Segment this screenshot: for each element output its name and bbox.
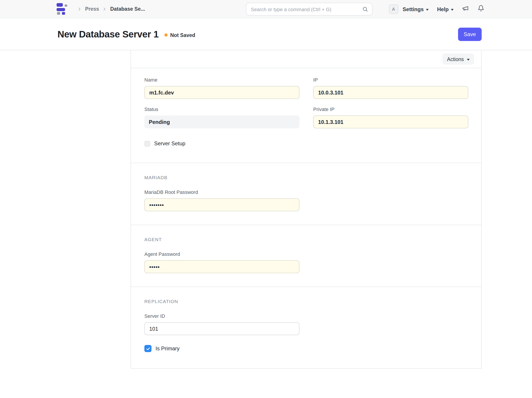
- caret-down-icon: [426, 9, 429, 11]
- bell-icon: [478, 5, 484, 13]
- server-id-input[interactable]: [144, 322, 299, 335]
- form-toolbar: Actions: [131, 50, 481, 68]
- server-id-label: Server ID: [144, 313, 299, 319]
- field-server-setup: Server Setup: [144, 140, 299, 147]
- server-setup-checkbox[interactable]: [144, 141, 150, 146]
- caret-down-icon: [467, 59, 470, 60]
- field-server-id: Server ID: [144, 313, 299, 335]
- top-navbar: Press Database Se... A Settings Help: [0, 0, 532, 18]
- section-replication-title: REPLICATION: [144, 299, 468, 304]
- frappe-logo[interactable]: [57, 3, 68, 15]
- section-agent-title: AGENT: [144, 237, 468, 242]
- status-indicator: Not Saved: [165, 32, 195, 38]
- form-container: Actions Name IP Status Pending: [131, 50, 482, 369]
- field-mariadb-root-password: MariaDB Root Password: [144, 189, 299, 211]
- breadcrumb-item-press[interactable]: Press: [85, 6, 99, 12]
- is-primary-checkbox[interactable]: [144, 345, 152, 352]
- frappe-logo-shape: [62, 12, 65, 15]
- section-mariadb-title: MARIADB: [144, 175, 468, 180]
- field-private-ip: Private IP: [313, 107, 468, 128]
- help-menu[interactable]: Help: [437, 6, 454, 12]
- mariadb-root-password-label: MariaDB Root Password: [144, 189, 299, 195]
- frappe-logo-shape: [57, 8, 65, 11]
- page-title: New Database Server 1: [57, 29, 159, 39]
- help-menu-label: Help: [437, 6, 449, 12]
- global-search: [246, 3, 373, 16]
- agent-password-label: Agent Password: [144, 251, 299, 257]
- status-indicator-label: Not Saved: [170, 32, 195, 38]
- chevron-right-icon: [102, 6, 107, 11]
- settings-menu[interactable]: Settings: [403, 6, 429, 12]
- status-value: Pending: [144, 116, 299, 128]
- actions-button-label: Actions: [447, 56, 464, 62]
- search-icon: [362, 6, 368, 12]
- mariadb-root-password-input[interactable]: [144, 198, 299, 211]
- section-replication: REPLICATION Server ID Is Primary: [131, 287, 481, 368]
- field-ip: IP: [313, 77, 468, 99]
- is-primary-label[interactable]: Is Primary: [156, 345, 180, 352]
- save-button[interactable]: Save: [458, 27, 482, 41]
- actions-button[interactable]: Actions: [443, 53, 474, 65]
- field-status-label: Status: [144, 107, 299, 112]
- field-is-primary: Is Primary: [144, 345, 468, 352]
- field-agent-password: Agent Password: [144, 251, 299, 273]
- checkmark-icon: [146, 346, 150, 351]
- breadcrumb: Press Database Se...: [74, 6, 145, 12]
- frappe-logo-shape: [57, 3, 63, 7]
- section-mariadb: MARIADB MariaDB Root Password: [131, 163, 481, 225]
- private-ip-input[interactable]: [313, 116, 468, 128]
- section-overview: Name IP Status Pending Private IP: [131, 68, 481, 163]
- page-header: New Database Server 1 Not Saved Save: [0, 18, 532, 50]
- field-name: Name: [144, 77, 299, 99]
- notifications-button[interactable]: [478, 5, 484, 13]
- ip-input[interactable]: [313, 86, 468, 99]
- section-agent: AGENT Agent Password: [131, 225, 481, 287]
- field-status: Status Pending: [144, 107, 299, 128]
- megaphone-icon: [462, 5, 469, 13]
- frappe-logo-shape: [65, 4, 67, 6]
- status-dot-icon: [165, 33, 168, 37]
- search-input[interactable]: [251, 6, 362, 12]
- chevron-right-icon: [77, 6, 82, 11]
- announcements-button[interactable]: [462, 5, 469, 13]
- frappe-logo-shape: [57, 12, 60, 15]
- settings-menu-label: Settings: [403, 6, 424, 12]
- name-input[interactable]: [144, 86, 299, 99]
- field-name-label: Name: [144, 77, 299, 83]
- breadcrumb-item-database-server[interactable]: Database Se...: [110, 6, 145, 12]
- field-private-ip-label: Private IP: [313, 107, 468, 112]
- caret-down-icon: [451, 9, 454, 11]
- agent-password-input[interactable]: [144, 260, 299, 273]
- avatar[interactable]: A: [389, 5, 398, 14]
- navbar-right-cluster: A Settings Help: [389, 0, 484, 18]
- server-setup-label[interactable]: Server Setup: [154, 140, 185, 147]
- app: Press Database Se... A Settings Help: [0, 0, 532, 398]
- field-ip-label: IP: [313, 77, 468, 83]
